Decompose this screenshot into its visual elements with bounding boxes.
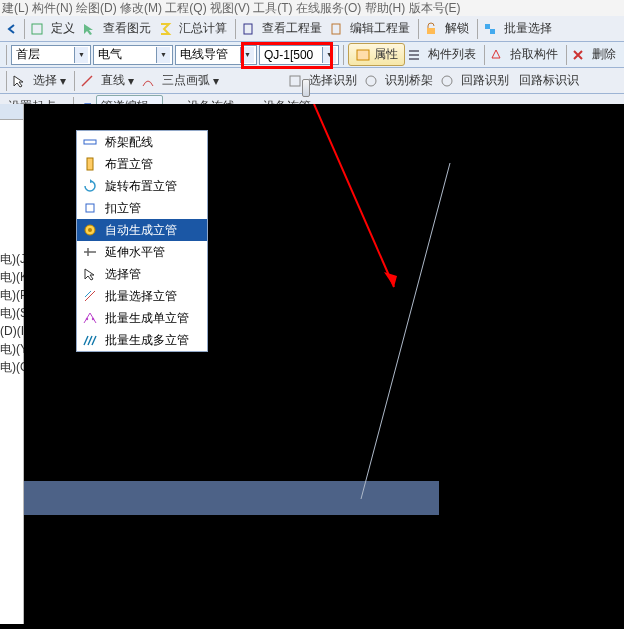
edit-icon <box>328 21 344 37</box>
batch_sel-icon <box>81 287 99 305</box>
arrow-line <box>314 104 394 287</box>
delete-button[interactable]: 删除 <box>588 44 620 65</box>
left-panel: 电)(J)电)(K)电)(P)电)(S)(D)(I)电)(Y)电)(O) <box>0 104 24 624</box>
menu-item-gen_single[interactable]: 批量生成单立管 <box>77 307 207 329</box>
define-button[interactable]: 定义 <box>47 18 79 39</box>
svg-rect-5 <box>490 29 495 34</box>
menu-item-label: 批量选择立管 <box>105 288 177 305</box>
gen_multi-icon <box>81 331 99 349</box>
svg-rect-3 <box>427 28 435 34</box>
floor-select[interactable]: 首层▼ <box>11 45 91 65</box>
separator <box>418 19 419 39</box>
item-select[interactable]: QJ-1[500▼ <box>259 45 339 65</box>
separator <box>24 19 25 39</box>
left-panel-item[interactable]: 电)(O) <box>0 358 23 376</box>
menu-item-extend[interactable]: 延伸水平管 <box>77 241 207 263</box>
svg-rect-8 <box>290 76 300 86</box>
left-panel-item[interactable]: 电)(J) <box>0 250 23 268</box>
toolbar-row-2: 首层▼ 电气▼ 电线导管▼ QJ-1[500▼ 属性 构件列表 拾取构件 删除 <box>0 42 624 68</box>
props-button[interactable]: 属性 <box>348 43 405 66</box>
svg-point-24 <box>92 318 94 320</box>
delete-icon <box>571 47 586 63</box>
pipe-rectangle <box>24 481 439 515</box>
chevron-down-icon[interactable]: ▼ <box>74 47 88 63</box>
menu-item-gen_multi[interactable]: 批量生成多立管 <box>77 329 207 351</box>
rec-bridge-button[interactable]: 识别桥架 <box>381 70 437 91</box>
menu-item-label: 布置立管 <box>105 156 153 173</box>
cursor-icon <box>81 21 97 37</box>
menu-item-label: 桥架配线 <box>105 134 153 151</box>
domain-select[interactable]: 电气▼ <box>93 45 173 65</box>
menu-item-label: 批量生成多立管 <box>105 332 189 349</box>
left-panel-item[interactable]: 电)(K) <box>0 268 23 286</box>
component-list-button[interactable]: 构件列表 <box>424 44 480 65</box>
back-icon[interactable] <box>4 21 20 37</box>
panel-grip[interactable] <box>0 104 23 120</box>
menu-item-label: 选择管 <box>105 266 141 283</box>
separator <box>235 19 236 39</box>
toolbar-row-1: 定义 查看图元 汇总计算 查看工程量 编辑工程量 解锁 批量选择 <box>0 16 624 42</box>
line-icon <box>79 73 95 89</box>
choose-icon <box>81 265 99 283</box>
separator <box>343 45 344 65</box>
separator <box>477 19 478 39</box>
arc-button[interactable]: 三点画弧 ▾ <box>158 70 223 91</box>
batch-select-button[interactable]: 批量选择 <box>500 18 556 39</box>
svg-rect-18 <box>86 204 94 212</box>
left-panel-item[interactable]: (D)(I) <box>0 322 23 340</box>
loop-mark-button[interactable]: 回路标识识 <box>515 70 583 91</box>
rec-bridge-icon <box>363 73 379 89</box>
menu-item-rotate[interactable]: 旋转布置立管 <box>77 175 207 197</box>
pick-icon <box>489 47 504 63</box>
sel-rec-icon <box>287 73 303 89</box>
menu-item-layout[interactable]: 布置立管 <box>77 153 207 175</box>
loop-rec-button[interactable]: 回路识别 <box>457 70 513 91</box>
menu-item-bridge[interactable]: 桥架配线 <box>77 131 207 153</box>
menu-item-label: 延伸水平管 <box>105 244 165 261</box>
batch-icon <box>482 21 498 37</box>
separator <box>74 71 75 91</box>
view-tuyuan-button[interactable]: 查看图元 <box>99 18 155 39</box>
unlock-icon <box>423 21 439 37</box>
arrow-head-icon <box>384 272 397 287</box>
doc-icon <box>240 21 256 37</box>
view-gcl-button[interactable]: 查看工程量 <box>258 18 326 39</box>
pick-button[interactable]: 拾取构件 <box>506 44 562 65</box>
loop-icon <box>439 73 455 89</box>
left-panel-item[interactable]: 电)(P) <box>0 286 23 304</box>
menu-item-label: 批量生成单立管 <box>105 310 189 327</box>
sigma-icon <box>157 21 173 37</box>
rotate-icon <box>81 177 99 195</box>
category-select[interactable]: 电线导管▼ <box>175 45 257 65</box>
gen_single-icon <box>81 309 99 327</box>
clip-icon <box>81 199 99 217</box>
menu-item-clip[interactable]: 扣立管 <box>77 197 207 219</box>
menu-item-label: 自动生成立管 <box>105 222 177 239</box>
define-icon <box>29 21 45 37</box>
pipe-edit-menu[interactable]: 桥架配线布置立管旋转布置立管扣立管自动生成立管延伸水平管选择管批量选择立管批量生… <box>76 130 208 352</box>
svg-rect-6 <box>357 50 369 60</box>
menu-item-batch_sel[interactable]: 批量选择立管 <box>77 285 207 307</box>
ruler-handle[interactable] <box>302 79 310 97</box>
sum-calc-button[interactable]: 汇总计算 <box>175 18 231 39</box>
svg-rect-4 <box>485 24 490 29</box>
svg-point-20 <box>88 228 92 232</box>
line-button[interactable]: 直线 ▾ <box>97 70 138 91</box>
chevron-down-icon[interactable]: ▼ <box>240 47 254 63</box>
left-panel-item[interactable]: 电)(S) <box>0 304 23 322</box>
layout-icon <box>81 155 99 173</box>
edit-gcl-button[interactable]: 编辑工程量 <box>346 18 414 39</box>
unlock-button[interactable]: 解锁 <box>441 18 473 39</box>
bridge-icon <box>81 133 99 151</box>
left-panel-item[interactable]: 电)(Y) <box>0 340 23 358</box>
menu-item-choose[interactable]: 选择管 <box>77 263 207 285</box>
menu-item-auto[interactable]: 自动生成立管 <box>77 219 207 241</box>
select-button[interactable]: 选择 ▾ <box>29 70 70 91</box>
chevron-down-icon[interactable]: ▼ <box>156 47 170 63</box>
toolbar-row-3: 选择 ▾ 直线 ▾ 三点画弧 ▾ 选择识别 识别桥架 回路识别 回路标识识 <box>0 68 624 94</box>
svg-rect-0 <box>32 24 42 34</box>
chevron-down-icon[interactable]: ▼ <box>322 47 336 63</box>
menu-item-label: 旋转布置立管 <box>105 178 177 195</box>
separator <box>566 45 567 65</box>
sel-rec-button[interactable]: 选择识别 <box>305 70 361 91</box>
